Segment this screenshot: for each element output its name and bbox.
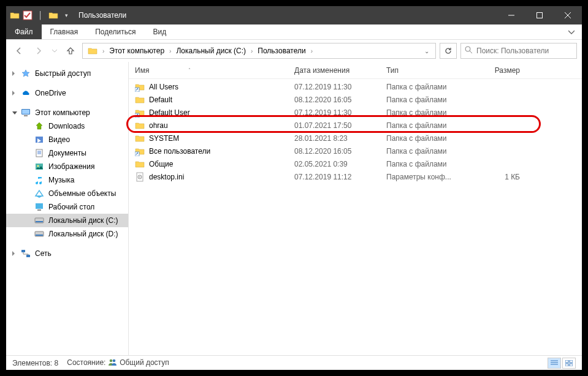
sidebar-quick-access[interactable]: Быстрый доступ [6, 67, 128, 80]
svg-rect-24 [26, 255, 30, 257]
view-icons-button[interactable] [562, 358, 576, 369]
chevron-right-icon[interactable]: › [168, 48, 172, 55]
svg-rect-39 [570, 364, 573, 366]
folder-icon [135, 121, 145, 130]
chevron-right-icon[interactable]: › [101, 48, 105, 55]
refresh-button[interactable] [440, 43, 457, 59]
file-name: All Users [149, 83, 178, 91]
table-row[interactable]: All Users07.12.2019 11:30Папка с файлами [129, 80, 582, 93]
tab-view[interactable]: Вид [144, 24, 175, 39]
ribbon-expand-button[interactable] [561, 24, 582, 39]
folder-shortcut-icon [135, 146, 145, 156]
sidebar-item[interactable]: Локальный диск (D:) [6, 227, 128, 241]
search-input[interactable] [476, 47, 573, 55]
back-button[interactable] [11, 43, 27, 59]
window-title: Пользователи [78, 11, 126, 20]
table-row[interactable]: ohrau01.07.2021 17:50Папка с файлами [129, 119, 582, 132]
column-name[interactable]: Имя˄ [129, 66, 288, 75]
qat-chevron-icon[interactable]: ▾ [61, 10, 71, 20]
svg-point-16 [37, 165, 39, 167]
file-date: 07.12.2019 11:30 [288, 108, 380, 117]
sidebar-item-icon [34, 148, 44, 158]
folder-shortcut-icon [135, 82, 145, 92]
breadcrumb-drive-c[interactable]: Локальный диск (C:) [174, 47, 248, 55]
nav-row: › Этот компьютер › Локальный диск (C:) ›… [6, 40, 582, 62]
folder-icon [135, 95, 145, 105]
recent-dropdown[interactable] [50, 43, 59, 59]
sidebar-item-label: Музыка [48, 176, 74, 184]
sidebar-item-label: Downloads [48, 122, 85, 130]
table-row[interactable]: Все пользователи08.12.2020 16:05Папка с … [129, 145, 582, 157]
breadcrumb-users[interactable]: Пользователи [255, 47, 308, 55]
column-size[interactable]: Размер [472, 66, 527, 75]
forward-button[interactable] [31, 43, 47, 59]
sidebar-onedrive[interactable]: OneDrive [6, 86, 128, 100]
up-button[interactable] [63, 43, 78, 59]
sidebar-item-icon [34, 202, 44, 212]
chevron-right-icon[interactable]: › [250, 48, 254, 55]
file-tab[interactable]: Файл [6, 24, 42, 39]
sidebar-item[interactable]: Документы [6, 146, 128, 160]
sidebar-item-icon [34, 135, 44, 145]
svg-rect-2 [537, 13, 543, 18]
sidebar-this-pc[interactable]: Этот компьютер [6, 106, 128, 119]
chevron-right-icon[interactable]: › [310, 48, 314, 55]
sidebar-item-label: Локальный диск (C:) [48, 216, 118, 225]
table-row[interactable]: desktop.ini07.12.2019 11:12Параметры кон… [129, 170, 582, 183]
svg-rect-9 [24, 115, 28, 116]
minimize-button[interactable] [497, 6, 525, 24]
address-dropdown-icon[interactable]: ⌄ [421, 48, 433, 55]
close-button[interactable] [554, 6, 582, 24]
qat-dropdown-icon[interactable]: │ [36, 10, 45, 20]
status-item-count: Элементов: 8 [12, 359, 58, 367]
folder-icon [135, 133, 145, 143]
breadcrumb-this-pc[interactable]: Этот компьютер [107, 47, 167, 55]
sidebar-item-icon [34, 216, 44, 225]
view-details-button[interactable] [548, 358, 561, 369]
sidebar-item[interactable]: Изображения [6, 160, 128, 173]
sidebar-item-label: Быстрый доступ [35, 69, 91, 78]
file-date: 08.12.2020 16:05 [288, 96, 380, 104]
file-name: ohrau [149, 121, 168, 130]
column-type[interactable]: Тип [380, 66, 472, 75]
sidebar-item[interactable]: Видео [6, 133, 128, 146]
sidebar-item-label: Видео [48, 135, 70, 144]
file-type: Параметры конф... [380, 173, 472, 181]
file-date: 07.12.2019 11:30 [288, 83, 380, 91]
breadcrumb-root-icon[interactable] [85, 46, 100, 56]
sidebar-network[interactable]: Сеть [6, 247, 128, 260]
column-date[interactable]: Дата изменения [288, 66, 380, 75]
sidebar-item[interactable]: Локальный диск (C:) [6, 214, 128, 227]
sidebar-item[interactable]: Объемные объекты [6, 187, 128, 200]
table-row[interactable]: Default08.12.2020 16:05Папка с файлами [129, 93, 582, 106]
table-row[interactable]: SYSTEM28.01.2021 8:23Папка с файлами [129, 132, 582, 145]
file-name: Общие [149, 160, 173, 168]
file-list: Имя˄ Дата изменения Тип Размер All Users… [129, 62, 582, 355]
sidebar-item-icon [34, 189, 44, 198]
svg-rect-38 [565, 364, 568, 366]
svg-rect-20 [36, 221, 43, 222]
folder-icon-2 [48, 10, 58, 20]
svg-line-6 [470, 51, 472, 53]
file-date: 02.05.2021 0:39 [288, 160, 380, 168]
file-type: Папка с файлами [380, 96, 472, 104]
tab-home[interactable]: Главная [42, 24, 87, 39]
search-box[interactable] [460, 43, 577, 59]
address-bar[interactable]: › Этот компьютер › Локальный диск (C:) ›… [82, 43, 436, 59]
sidebar-item[interactable]: Музыка [6, 173, 128, 187]
titlebar: │ ▾ Пользователи [6, 6, 582, 24]
file-name: Все пользователи [149, 147, 210, 156]
sidebar-item-label: Рабочий стол [48, 203, 94, 211]
tab-share[interactable]: Поделиться [86, 24, 144, 39]
svg-rect-23 [21, 250, 25, 252]
table-row[interactable]: Общие02.05.2021 0:39Папка с файлами [129, 157, 582, 170]
sidebar-item[interactable]: Downloads [6, 119, 128, 133]
table-row[interactable]: Default User07.12.2019 11:30Папка с файл… [129, 106, 582, 119]
sidebar-item-icon [34, 229, 44, 239]
svg-rect-37 [570, 360, 573, 363]
maximize-button[interactable] [525, 6, 554, 24]
monitor-icon [21, 108, 31, 118]
file-name: Default User [149, 108, 190, 117]
sidebar-item[interactable]: Рабочий стол [6, 200, 128, 214]
svg-point-5 [465, 47, 470, 51]
